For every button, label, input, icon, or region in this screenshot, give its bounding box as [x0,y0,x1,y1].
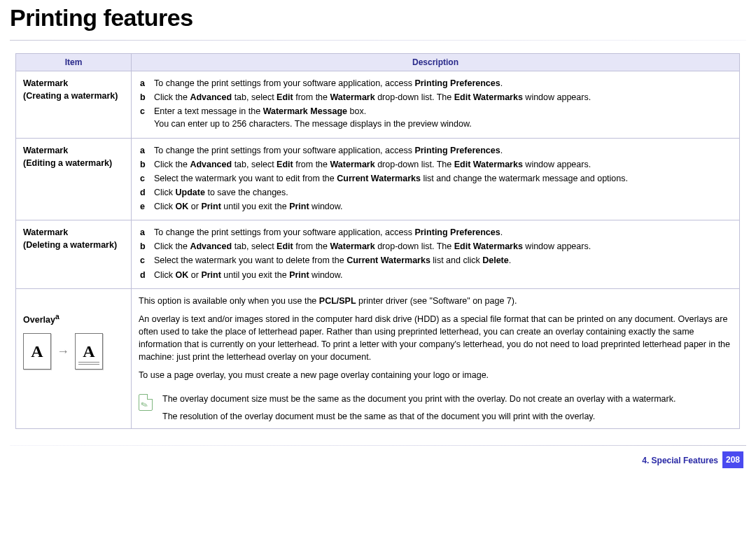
text: window appears. [523,241,591,251]
text: window appears. [523,92,591,102]
item-sub: (Editing a watermark) [23,157,124,169]
text: window. [309,202,343,211]
step-a: a To change the print settings from your… [139,144,732,158]
text: box. [347,106,366,116]
text-bold: Advanced [190,160,232,169]
text-bold: Print [289,202,309,211]
text-bold: Printing Preferences [414,227,500,237]
text-bold: Printing Preferences [414,78,500,88]
text-bold: Current Watermarks [346,255,430,265]
text: This option is available only when you u… [139,296,319,306]
text: window. [309,270,343,280]
text-bold: Watermark Message [263,106,347,116]
text: Click the [154,92,190,102]
text: from the [293,160,330,169]
text: list and click [430,255,482,265]
item-head: Watermark [23,226,124,239]
text-bold: Edit [276,92,293,102]
text: Click [154,188,176,197]
step-label: c [140,172,145,185]
text-bold: Update [176,188,205,197]
footer-chapter: 4. Special Features [642,456,718,465]
col-header-description: Description [132,54,740,71]
text-bold: OK [176,202,189,211]
item-head: Watermark [23,144,124,157]
text: . [509,255,511,265]
text-bold: Watermark [330,160,375,169]
text: until you exit the [221,270,289,280]
step-label: e [140,200,145,213]
text-bold: Current Watermarks [337,174,421,183]
step-label: d [140,186,146,199]
text: from the [293,92,330,102]
step-e: e Click OK or Print until you exit the P… [139,200,732,214]
text-bold: Advanced [190,92,232,102]
item-cell: Watermark (Creating a watermark) [16,71,132,139]
text-bold: Print [289,270,309,280]
text: tab, select [232,241,276,251]
step-d: d Click OK or Print until you exit the P… [139,269,732,283]
item-cell: Overlaya A → A [16,288,132,428]
text: . [500,78,503,88]
text: drop-down list. The [375,160,454,169]
text-bold: Edit Watermarks [454,241,523,251]
text: drop-down list. The [375,241,454,251]
text: To change the print settings from your s… [154,146,414,155]
text: Click the [154,241,190,251]
text: window appears. [523,160,591,169]
table-row: Overlaya A → A This option is available … [16,288,740,428]
footnote-marker: a [55,313,59,321]
text-bold: Edit [276,241,293,251]
text-bold: Edit Watermarks [454,160,523,169]
text-bold: Advanced [190,241,232,251]
table-row: Watermark (Editing a watermark) a To cha… [16,138,740,220]
title-divider [10,40,746,41]
step-label: b [140,91,146,104]
text-bold: Printing Preferences [414,146,500,155]
text: Click [154,202,176,211]
text: until you exit the [221,202,289,211]
desc-cell: This option is available only when you u… [132,288,740,428]
text: or [188,270,201,280]
text-bold: OK [176,270,189,280]
step-list: a To change the print settings from your… [139,77,732,132]
text: tab, select [232,92,276,102]
item-sub: (Creating a watermark) [23,90,124,102]
step-a: a To change the print settings from your… [139,226,732,240]
overlay-page-icon: A [23,333,51,370]
step-list: a To change the print settings from your… [139,144,732,215]
text-bold: Watermark [330,92,375,102]
text-bold: Delete [482,255,509,265]
item-head: Overlaya [23,311,124,326]
text: Click the [154,160,190,169]
note-block: The overlay document size must be the sa… [139,393,732,422]
step-c: c Enter a text message in the Watermark … [139,105,732,132]
text-bold: Print [201,202,220,211]
step-label: b [140,158,146,171]
page-title: Printing features [0,0,756,33]
text-bold: Edit [276,160,293,169]
item-sub: (Deleting a watermark) [23,239,124,251]
text: to save the changes. [205,188,288,197]
note-icon [139,394,153,411]
table-row: Watermark (Deleting a watermark) a To ch… [16,220,740,289]
step-b: b Click the Advanced tab, select Edit fr… [139,158,732,172]
text: tab, select [232,160,276,169]
item-head: Watermark [23,77,124,90]
step-label: d [140,269,146,281]
text: Select the watermark you want to edit fr… [154,174,337,183]
overlay-page-result-icon: A [75,333,103,370]
step-label: a [140,144,145,157]
step-label: b [140,240,146,253]
col-header-item: Item [16,54,132,71]
step-b: b Click the Advanced tab, select Edit fr… [139,91,732,105]
item-title: Overlay [23,315,55,325]
step-c: c Select the watermark you want to delet… [139,254,732,268]
text-bold: Print [201,270,220,280]
step-label: c [140,105,145,118]
text: To change the print settings from your s… [154,78,414,88]
paragraph: This option is available only when you u… [139,295,732,307]
text: from the [293,241,330,251]
overlay-illustration: A → A [23,333,124,370]
step-note: You can enter up to 256 characters. The … [154,118,732,130]
